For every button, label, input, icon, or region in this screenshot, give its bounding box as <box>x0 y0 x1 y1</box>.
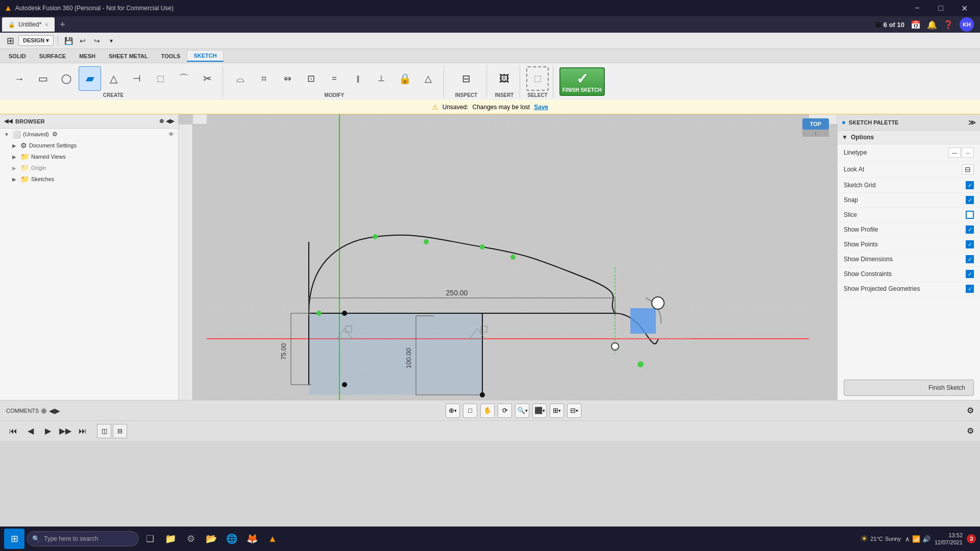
mirror-tool[interactable]: ⇔ <box>276 66 299 91</box>
home-button[interactable]: ⊞ <box>4 35 16 47</box>
rect-tool[interactable]: ▭ <box>32 66 54 91</box>
design-dropdown[interactable]: DESIGN ▾ <box>18 35 54 46</box>
view-grid-button[interactable]: ⊞ ▾ <box>550 404 564 418</box>
tab-solid[interactable]: SOLID <box>2 51 33 62</box>
polyline-tool[interactable]: ▰ <box>79 66 101 91</box>
palette-expand-icon[interactable]: ≫ <box>968 118 976 127</box>
comments-add-icon[interactable]: ⊕ <box>41 407 47 415</box>
settings-gear-icon[interactable]: ⚙ <box>967 406 974 415</box>
save-link-button[interactable]: Save <box>534 104 548 111</box>
start-button[interactable]: ⊞ <box>4 529 24 549</box>
browser-expand-icon[interactable]: ◀▶ <box>166 118 174 124</box>
trim-tool[interactable]: ✂ <box>196 66 218 91</box>
browser-item-doc-settings[interactable]: ▶ ⚙ Document Settings <box>0 140 178 151</box>
sketch-grid-checkbox[interactable]: ✓ <box>966 181 974 189</box>
eye-icon-unsaved[interactable]: 👁 <box>168 131 174 137</box>
line-tool[interactable]: → <box>8 66 31 91</box>
browser-item-unsaved[interactable]: ▼ ⬜ (Unsaved) ⚙ 👁 <box>0 129 178 140</box>
show-constraints-checkbox[interactable]: ✓ <box>966 270 974 278</box>
network-icon[interactable]: 📶 <box>912 535 920 543</box>
lookat-button[interactable]: ⊟ <box>962 164 974 174</box>
finish-sketch-panel-button[interactable]: Finish Sketch <box>844 380 974 396</box>
expand-arrow-sketches[interactable]: ▶ <box>12 177 18 182</box>
save-button[interactable]: 💾 <box>62 35 75 47</box>
tray-up-icon[interactable]: ∧ <box>905 535 910 543</box>
to-start-button[interactable]: ⏮ <box>6 424 20 438</box>
play-button[interactable]: ▶ <box>41 424 55 438</box>
tab-mesh[interactable]: MESH <box>72 51 102 62</box>
view-grid-dropdown[interactable]: ▾ <box>558 408 561 413</box>
search-box[interactable]: 🔍 Type here to search <box>27 531 139 546</box>
lock-tool[interactable]: 🔒 <box>394 66 416 91</box>
canvas-area[interactable]: 250.00 75.00 100.00 <box>179 114 837 400</box>
view-viewport-button[interactable]: ⊟ ▾ <box>567 404 581 418</box>
user-avatar[interactable]: KH <box>960 17 974 32</box>
timeline-icon1[interactable]: ◫ <box>97 424 111 438</box>
taskbar-app-explorer[interactable]: 📁 <box>161 530 180 548</box>
section-expand-arrow[interactable]: ▼ <box>842 134 848 141</box>
browser-collapse-arrow[interactable]: ◀◀ <box>4 118 12 124</box>
taskbar-app-browser[interactable]: 🌐 <box>223 530 241 548</box>
tab-tools[interactable]: TOOLS <box>155 51 187 62</box>
view-pan-button[interactable]: ✋ <box>480 404 495 418</box>
volume-icon[interactable]: 🔊 <box>922 535 930 543</box>
project-tool[interactable]: ⊡ <box>300 66 322 91</box>
browser-item-sketches[interactable]: ▶ 📁 Sketches <box>0 173 178 185</box>
tab-close-button[interactable]: ✕ <box>44 22 48 28</box>
finish-sketch-button[interactable]: ✓ FINISH SKETCH <box>559 67 605 96</box>
parallel-tool[interactable]: ∥ <box>347 66 369 91</box>
timeline-icon2[interactable]: ⊟ <box>113 424 127 438</box>
show-points-checkbox[interactable]: ✓ <box>966 240 974 248</box>
notification-count[interactable]: 3 <box>967 534 976 543</box>
doc-tab-untitled[interactable]: 🔒 Untitled* ✕ <box>2 17 55 32</box>
extend-tool[interactable]: ⊣ <box>126 66 148 91</box>
taskbar-app-firefox[interactable]: 🦊 <box>243 530 261 548</box>
fillet-tool[interactable]: ⌓ <box>229 66 252 91</box>
tab-surface[interactable]: SURFACE <box>33 51 73 62</box>
expand-arrow-named-views[interactable]: ▶ <box>12 154 18 160</box>
view-orbit-button[interactable]: □ <box>463 404 477 418</box>
triangle-tool[interactable]: △ <box>102 66 125 91</box>
view-viewport-dropdown[interactable]: ▾ <box>576 408 578 413</box>
to-end-button[interactable]: ⏭ <box>76 424 90 438</box>
view-zoom-button[interactable]: 🔍 ▾ <box>515 404 529 418</box>
more-button[interactable]: ▾ <box>105 35 117 47</box>
view-home-button[interactable]: ⊕ ▾ <box>446 404 460 418</box>
show-dimensions-checkbox[interactable]: ✓ <box>966 255 974 263</box>
browser-options-icon[interactable]: ⊕ <box>159 118 164 124</box>
offset-tool[interactable]: ⌗ <box>253 66 275 91</box>
undo-button[interactable]: ↩ <box>77 35 89 47</box>
browser-item-origin[interactable]: ▶ 📁 Origin <box>0 162 178 173</box>
taskbar-app-settings[interactable]: ⚙ <box>182 530 200 548</box>
tab-sketch[interactable]: SKETCH <box>187 50 223 62</box>
box-sketch-tool[interactable]: ⬚ <box>149 66 172 91</box>
redo-button[interactable]: ↪ <box>91 35 103 47</box>
help-icon[interactable]: ❓ <box>943 20 953 30</box>
show-profile-checkbox[interactable]: ✓ <box>966 226 974 234</box>
insert-image-tool[interactable]: 🖼 <box>493 66 516 91</box>
expand-arrow-origin[interactable]: ▶ <box>12 165 18 171</box>
notification-icon[interactable]: 🔔 <box>927 20 937 30</box>
browser-item-named-views[interactable]: ▶ 📁 Named Views <box>0 151 178 162</box>
comments-expand-icon[interactable]: ◀▶ <box>49 407 60 415</box>
taskbar-app-folder[interactable]: 📂 <box>202 530 220 548</box>
task-view-button[interactable]: ❑ <box>141 530 159 548</box>
linetype-solid-button[interactable]: — <box>948 147 961 158</box>
view-cube-front[interactable]: ↕ <box>802 130 829 137</box>
expand-arrow-doc-settings[interactable]: ▶ <box>12 143 18 148</box>
show-projected-checkbox[interactable]: ✓ <box>966 285 974 293</box>
select-tool[interactable]: ⬚ <box>526 66 549 91</box>
next-button[interactable]: ▶▶ <box>58 424 72 438</box>
arc-tool[interactable]: ⌒ <box>173 66 195 91</box>
prev-button[interactable]: ◀ <box>23 424 38 438</box>
perp-tool[interactable]: ⊥ <box>370 66 393 91</box>
tangent-tool[interactable]: △ <box>417 66 439 91</box>
view-cube-top[interactable]: TOP <box>802 118 829 130</box>
close-button[interactable]: ✕ <box>952 0 976 16</box>
view-display-dropdown[interactable]: ▾ <box>543 408 545 413</box>
expand-arrow-unsaved[interactable]: ▼ <box>4 132 10 137</box>
circle-tool[interactable]: ◯ <box>55 66 78 91</box>
view-cube[interactable]: TOP ↕ <box>802 118 835 151</box>
view-home-dropdown[interactable]: ▾ <box>454 408 457 413</box>
tab-sheet-metal[interactable]: SHEET METAL <box>102 51 155 62</box>
